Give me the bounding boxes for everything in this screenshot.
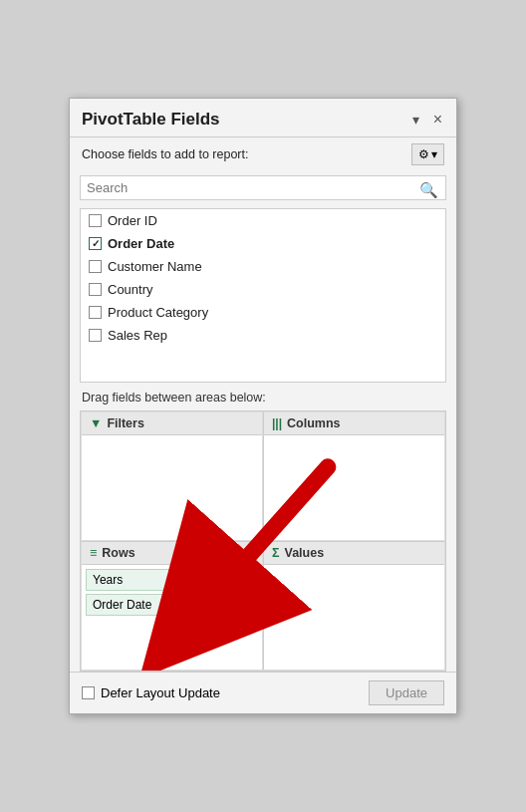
columns-body[interactable] [264,435,444,540]
rows-item-label: Years [93,573,123,587]
panel-header: PivotTable Fields ▾ × [70,99,456,137]
field-checkbox[interactable] [89,306,102,319]
rows-item-dropdown-icon[interactable]: ▼ [241,600,251,611]
rows-item[interactable]: Order Date▼ [86,594,258,616]
values-label: Values [285,546,325,560]
header-controls: ▾ × [408,109,446,131]
field-label: Order Date [108,236,174,251]
field-list[interactable]: Order ID✓Order DateCustomer NameCountryP… [80,208,446,383]
defer-layout-row: Defer Layout Update [82,685,220,700]
field-checkbox[interactable] [89,260,102,273]
search-row: 🔍 [70,171,456,208]
field-label: Country [108,282,153,297]
columns-header: ||| Columns [264,412,444,435]
columns-icon: ||| [272,416,282,430]
pivottable-fields-panel: PivotTable Fields ▾ × Choose fields to a… [69,98,457,714]
panel-title: PivotTable Fields [82,110,220,130]
subheader: Choose fields to add to report: ⚙ ▾ [70,137,456,171]
field-item[interactable]: Country [81,278,445,301]
rows-area: ≡ Rows Years▼Order Date▼ [81,541,263,671]
values-body[interactable] [264,565,444,670]
panel-dropdown-button[interactable]: ▾ [408,110,423,130]
defer-checkbox[interactable] [82,686,95,699]
field-checkbox[interactable] [89,329,102,342]
settings-button[interactable]: ⚙ ▾ [411,143,444,165]
search-icon: 🔍 [419,181,438,199]
rows-item-label: Order Date [93,598,151,612]
columns-area: ||| Columns [263,411,445,541]
filters-header: ▼ Filters [82,412,262,435]
filters-area: ▼ Filters [81,411,263,541]
filter-icon: ▼ [90,416,102,430]
subheader-label: Choose fields to add to report: [82,147,248,161]
field-label: Product Category [108,305,208,320]
rows-item-dropdown-icon[interactable]: ▼ [241,575,251,586]
update-button[interactable]: Update [369,680,444,705]
rows-header: ≡ Rows [82,542,262,565]
field-item[interactable]: ✓Order Date [81,232,445,255]
field-checkbox[interactable] [89,214,102,227]
values-header: Σ Values [264,542,444,565]
rows-label: Rows [102,546,134,560]
gear-icon: ⚙ [418,147,429,161]
field-label: Customer Name [108,259,202,274]
values-area: Σ Values [263,541,445,671]
defer-label: Defer Layout Update [101,685,220,700]
panel-close-button[interactable]: × [429,109,446,131]
field-item[interactable]: Order ID [81,209,445,232]
areas-grid: ▼ Filters ||| Columns ≡ Rows Years▼Order… [80,410,446,672]
rows-item[interactable]: Years▼ [86,569,258,591]
rows-icon: ≡ [90,546,97,560]
rows-body[interactable]: Years▼Order Date▼ [82,565,262,670]
field-item[interactable]: Product Category [81,301,445,324]
footer: Defer Layout Update Update [70,672,456,713]
field-checkbox[interactable] [89,283,102,296]
filters-label: Filters [107,416,144,430]
areas-label: Drag fields between areas below: [70,383,456,410]
values-icon: Σ [272,546,280,560]
filters-body[interactable] [82,435,262,540]
field-label: Order ID [108,213,157,228]
search-input[interactable] [80,175,446,200]
field-item[interactable]: Customer Name [81,255,445,278]
field-item[interactable]: Sales Rep [81,324,445,347]
field-checkbox[interactable]: ✓ [89,237,102,250]
columns-label: Columns [287,416,340,430]
field-label: Sales Rep [108,328,167,343]
gear-dropdown-icon: ▾ [431,147,437,161]
